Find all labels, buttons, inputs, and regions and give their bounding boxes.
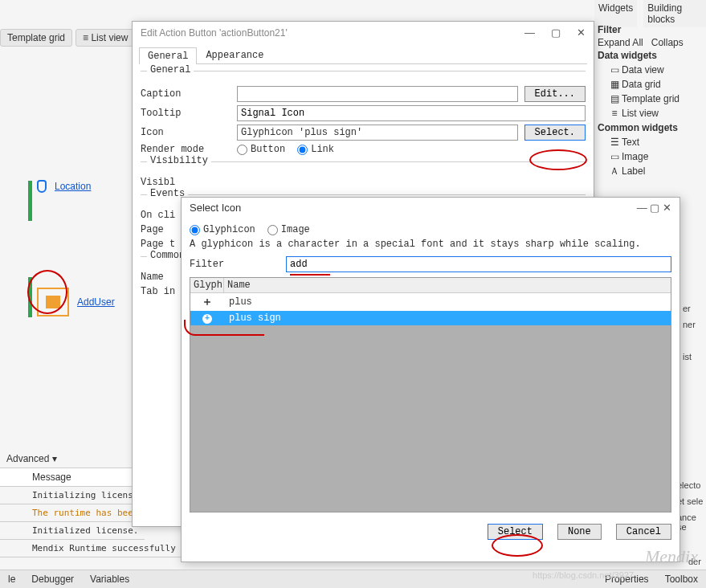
text-icon: ☰ — [609, 137, 620, 148]
location-link[interactable]: Location — [55, 181, 91, 192]
label-icon: Ａ — [609, 165, 620, 177]
item-data-view[interactable]: Data view — [622, 64, 664, 76]
maximize-icon[interactable]: ▢ — [650, 202, 659, 214]
col-name[interactable]: Name — [224, 278, 671, 292]
bottom-tab-debugger[interactable]: Debugger — [31, 574, 74, 585]
item-list-view[interactable]: List view — [622, 108, 659, 119]
radio-glyphicon[interactable]: Glyphicon — [190, 224, 255, 235]
item-template-grid[interactable]: Template grid — [622, 93, 679, 104]
col-glyph[interactable]: Glyph — [190, 278, 224, 292]
watermark-url: https://blog.csdn.net/3927 — [533, 570, 634, 580]
common-widgets-header: Common widgets — [598, 120, 706, 135]
watermark: Mendix — [645, 546, 698, 567]
tab-general[interactable]: General — [139, 47, 197, 64]
close-icon[interactable]: ✕ — [663, 202, 671, 214]
radio-image[interactable]: Image — [267, 224, 310, 235]
collapse-all[interactable]: Collaps — [651, 37, 684, 48]
radio-link-mode[interactable]: Link — [297, 144, 334, 155]
edge-text: ist — [683, 352, 692, 361]
filter-label: Filter — [190, 259, 286, 270]
item-data-grid[interactable]: Data grid — [622, 79, 661, 90]
cancel-button[interactable]: Cancel — [616, 524, 671, 540]
list-icon: ≡ — [83, 32, 91, 43]
edge-text: et sele — [677, 496, 703, 506]
data-view-icon: ▭ — [609, 64, 620, 76]
list-view-icon: ≡ — [609, 108, 620, 119]
radio-button-mode[interactable]: Button — [237, 144, 285, 155]
toolbar-list-view[interactable]: ≡ List view — [75, 29, 135, 47]
red-oval-annotation — [492, 534, 543, 557]
icon-grid: Glyph Name ＋ plus + plus sign — [190, 277, 671, 512]
icon-value: Glyphicon 'plus sign' — [237, 125, 518, 141]
pin-icon — [37, 180, 47, 193]
none-button[interactable]: None — [557, 524, 602, 540]
select-icon-button[interactable]: Select. — [524, 125, 586, 141]
tab-appearance[interactable]: Appearance — [197, 47, 272, 63]
red-oval-annotation — [529, 149, 587, 170]
dialog1-title: Edit Action Button 'actionButton21' — [141, 27, 288, 39]
template-grid-icon: ▤ — [609, 93, 620, 104]
section-general: General — [147, 64, 194, 76]
expand-all[interactable]: Expand All — [598, 37, 643, 48]
red-curve-annotation — [184, 320, 264, 336]
item-label[interactable]: Label — [622, 165, 645, 177]
message-header: Message — [0, 468, 145, 487]
msg-row: Initialized license. — [0, 522, 145, 540]
image-icon: ▭ — [609, 151, 620, 162]
filter-header: Filter — [598, 22, 706, 37]
filter-input[interactable] — [286, 256, 671, 272]
bottom-tab-le[interactable]: le — [8, 574, 15, 585]
tooltip-input[interactable] — [237, 105, 586, 121]
item-image[interactable]: Image — [622, 151, 648, 162]
section-visibility: Visibility — [147, 155, 211, 166]
glyphicon-info: A glyphicon is a character in a special … — [190, 239, 671, 250]
select-icon-dialog: Select Icon — ▢ ✕ Glyphicon Image A glyp… — [181, 197, 680, 562]
msg-row-warning: The runtime has bee — [0, 504, 145, 522]
edge-text: electo — [677, 480, 700, 490]
msg-row: Initializing licens — [0, 487, 145, 504]
data-widgets-header: Data widgets — [598, 48, 706, 63]
edge-text: ance se — [677, 512, 706, 532]
red-circle-annotation — [27, 270, 67, 314]
green-marker — [28, 181, 32, 221]
maximize-icon[interactable]: ▢ — [551, 27, 561, 39]
bottom-tab-variables[interactable]: Variables — [90, 574, 129, 585]
red-underline-annotation — [290, 274, 330, 276]
bottom-tab-toolbox[interactable]: Toolbox — [665, 574, 698, 585]
render-mode-label: Render mode — [141, 144, 237, 155]
icon-label: Icon — [141, 127, 237, 138]
close-icon[interactable]: ✕ — [577, 27, 586, 39]
minimize-icon[interactable]: — — [524, 27, 535, 39]
tooltip-label: Tooltip — [141, 108, 237, 119]
icon-row-plus[interactable]: ＋ plus — [190, 293, 671, 311]
toolbar-template-grid[interactable]: Template grid — [0, 29, 72, 47]
plus-icon: ＋ — [202, 296, 213, 308]
caption-label: Caption — [141, 88, 237, 100]
adduser-link[interactable]: AddUser — [77, 296, 115, 308]
dialog2-title: Select Icon — [190, 202, 241, 214]
data-grid-icon: ▦ — [609, 79, 620, 90]
advanced-dropdown[interactable]: Advanced ▾ — [0, 450, 145, 468]
edge-text: ner — [683, 320, 696, 329]
visible-label: Visibl — [141, 177, 237, 188]
edge-text: er — [683, 304, 691, 313]
caption-input[interactable] — [237, 86, 518, 102]
edit-button[interactable]: Edit... — [524, 86, 586, 102]
item-text[interactable]: Text — [622, 137, 639, 148]
minimize-icon[interactable]: — — [637, 202, 647, 214]
